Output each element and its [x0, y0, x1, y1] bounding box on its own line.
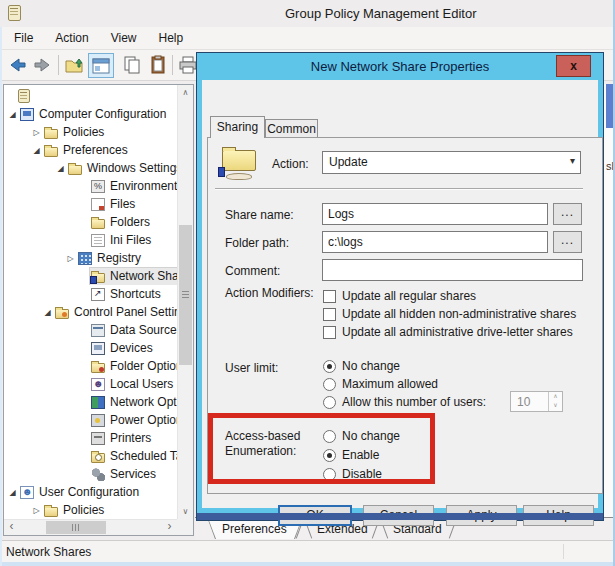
- window-titlebar: Group Policy Management Editor: [0, 0, 615, 27]
- checkbox-update-hidden[interactable]: Update all hidden non-administrative sha…: [323, 307, 576, 321]
- expander-icon[interactable]: ◢: [30, 146, 43, 155]
- spinner-arrows-icon[interactable]: ∧∨: [548, 392, 562, 411]
- tree-vertical-scrollbar[interactable]: ∧ ∨: [177, 85, 193, 519]
- tree-item-folder-options[interactable]: Folder Options: [4, 357, 177, 375]
- back-icon[interactable]: [8, 55, 28, 75]
- comment-input[interactable]: [322, 259, 583, 281]
- scroll-left-icon[interactable]: ‹: [4, 520, 19, 535]
- checkbox-update-regular[interactable]: Update all regular shares: [323, 289, 476, 303]
- folder-path-browse-button[interactable]: ...: [553, 231, 582, 253]
- tree-item-registry[interactable]: ▷ Registry: [4, 249, 177, 267]
- new-network-share-properties-dialog: New Network Share Properties x Sharing C…: [197, 53, 603, 520]
- folder-options-icon: [91, 363, 105, 373]
- radio-icon[interactable]: [323, 396, 336, 409]
- status-divider: [563, 544, 564, 559]
- tree-item-files[interactable]: Files: [4, 195, 177, 213]
- forward-icon[interactable]: [32, 55, 52, 75]
- paste-icon[interactable]: [148, 55, 168, 75]
- close-icon[interactable]: x: [556, 55, 591, 77]
- folders-icon: [91, 219, 105, 229]
- tree-item-power-options[interactable]: Power Options: [4, 411, 177, 429]
- scrollbar-thumb[interactable]: [46, 521, 106, 534]
- expander-icon[interactable]: ◢: [54, 164, 67, 173]
- app-icon: [8, 5, 21, 21]
- menu-file[interactable]: File: [14, 28, 43, 48]
- tree-item-devices[interactable]: Devices: [4, 339, 177, 357]
- tree-item-folders[interactable]: Folders: [4, 213, 177, 231]
- checkbox-icon[interactable]: [323, 290, 336, 303]
- tree-item-environment[interactable]: Environment: [4, 177, 177, 195]
- radio-icon[interactable]: [323, 360, 336, 373]
- tree-item-ini-files[interactable]: Ini Files: [4, 231, 177, 249]
- window-border-left: [0, 27, 2, 566]
- expander-icon[interactable]: ◢: [6, 110, 19, 119]
- share-name-input[interactable]: Logs: [322, 203, 548, 225]
- up-folder-icon[interactable]: [64, 55, 84, 75]
- scroll-up-icon[interactable]: ∧: [178, 85, 193, 100]
- user-limit-spinner[interactable]: 10 ∧∨: [510, 391, 563, 412]
- show-window-icon[interactable]: [88, 53, 114, 78]
- tree-item-windows-settings[interactable]: ◢ Windows Settings: [4, 159, 177, 177]
- radio-icon[interactable]: [323, 449, 336, 462]
- expander-icon[interactable]: ▷: [30, 506, 43, 515]
- radio-abe-disable[interactable]: Disable: [323, 467, 382, 481]
- radio-no-change-userlimit[interactable]: No change: [323, 359, 400, 373]
- dialog-titlebar[interactable]: New Network Share Properties x: [197, 53, 603, 80]
- tree-horizontal-scrollbar[interactable]: ‹ ›: [4, 519, 177, 535]
- menu-help[interactable]: Help: [159, 28, 194, 48]
- chevron-down-icon: ▾: [570, 155, 575, 166]
- share-name-browse-button[interactable]: ...: [553, 203, 582, 225]
- expander-icon[interactable]: ◢: [41, 308, 54, 317]
- radio-abe-enable[interactable]: Enable: [323, 448, 379, 462]
- checkbox-update-admin[interactable]: Update all administrative drive-letter s…: [323, 325, 573, 339]
- radio-maximum-allowed[interactable]: Maximum allowed: [323, 377, 438, 391]
- tree-item-computer-configuration[interactable]: ◢ Computer Configuration: [4, 105, 177, 123]
- expander-icon[interactable]: ▷: [30, 128, 43, 137]
- tree-item-local-users[interactable]: Local Users and Groups: [4, 375, 177, 393]
- window-title: Group Policy Management Editor: [285, 6, 476, 21]
- tab-sharing[interactable]: Sharing: [210, 116, 265, 138]
- tree-item-network-options[interactable]: Network Options: [4, 393, 177, 411]
- tree-item-data-sources[interactable]: Data Sources: [4, 321, 177, 339]
- radio-abe-no-change[interactable]: No change: [323, 429, 400, 443]
- tree-item-shortcuts[interactable]: Shortcuts: [4, 285, 177, 303]
- data-sources-icon: [91, 324, 105, 337]
- expander-icon[interactable]: ▷: [64, 254, 77, 263]
- radio-icon[interactable]: [323, 430, 336, 443]
- scroll-right-icon[interactable]: ›: [162, 520, 177, 535]
- tree-item-user-policies[interactable]: ▷ Policies: [4, 501, 177, 519]
- checkbox-icon[interactable]: [323, 326, 336, 339]
- separator: [215, 188, 583, 190]
- toolbar-separator: [172, 55, 173, 75]
- action-dropdown[interactable]: Update ▾: [322, 151, 581, 174]
- tree-item-control-panel-settings[interactable]: ◢ Control Panel Settings: [4, 303, 177, 321]
- print-icon[interactable]: [178, 55, 198, 75]
- tree-item-printers[interactable]: Printers: [4, 429, 177, 447]
- folder-icon: [68, 165, 82, 175]
- tree-item-services[interactable]: Services: [4, 465, 177, 483]
- services-icon: [91, 468, 105, 481]
- tree-item-network-shares[interactable]: Network Shares: [4, 267, 177, 285]
- tree-item-preferences[interactable]: ◢ Preferences: [4, 141, 177, 159]
- tab-common[interactable]: Common: [265, 119, 318, 138]
- printers-icon: [91, 432, 105, 445]
- copy-icon[interactable]: [122, 55, 142, 75]
- tree-item-root[interactable]: [4, 87, 177, 105]
- radio-allow-number[interactable]: Allow this number of users:: [323, 395, 486, 409]
- tab-preferences-label[interactable]: Preferences: [222, 522, 287, 536]
- menu-view[interactable]: View: [111, 28, 147, 48]
- expander-icon[interactable]: ◢: [6, 488, 19, 497]
- tree-item-user-configuration[interactable]: ◢ User Configuration: [4, 483, 177, 501]
- console-tree-panel: ◢ Computer Configuration ▷ Policies ◢ Pr…: [3, 84, 194, 536]
- tree-item-policies[interactable]: ▷ Policies: [4, 123, 177, 141]
- radio-icon[interactable]: [323, 468, 336, 481]
- scrollbar-thumb[interactable]: [179, 225, 192, 365]
- comment-label: Comment:: [225, 264, 280, 279]
- action-modifiers-label: Action Modifiers:: [225, 286, 315, 301]
- menu-action[interactable]: Action: [55, 28, 98, 48]
- folder-path-input[interactable]: c:\logs: [322, 231, 548, 253]
- scroll-down-icon[interactable]: ∨: [178, 504, 193, 519]
- tree-item-scheduled-tasks[interactable]: Scheduled Tasks: [4, 447, 177, 465]
- checkbox-icon[interactable]: [323, 308, 336, 321]
- radio-icon[interactable]: [323, 378, 336, 391]
